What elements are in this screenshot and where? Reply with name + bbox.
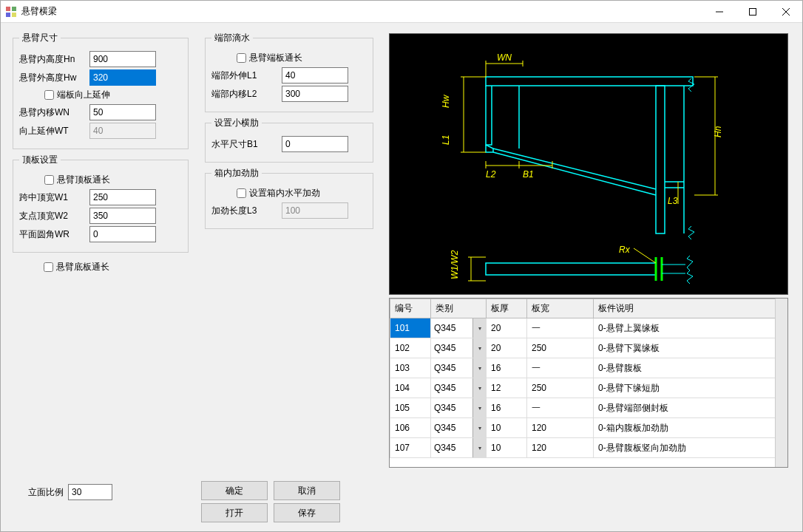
table-row[interactable]: 106Q345▾101200-箱内腹板加劲肋 bbox=[390, 418, 787, 438]
table-row[interactable]: 101Q345▾20一0-悬臂上翼缘板 bbox=[390, 318, 787, 338]
w1-input[interactable] bbox=[89, 189, 156, 205]
col-cat[interactable]: 类别 bbox=[431, 299, 487, 318]
cell-th[interactable]: 16 bbox=[487, 398, 527, 418]
svg-rect-2 bbox=[6, 13, 10, 17]
table-row[interactable]: 105Q345▾16一0-悬臂端部侧封板 bbox=[390, 398, 787, 418]
dropdown-icon[interactable]: ▾ bbox=[472, 438, 486, 457]
hw-input[interactable] bbox=[89, 69, 156, 86]
lbl-L2: L2 bbox=[486, 169, 496, 180]
cell-desc[interactable]: 0-箱内腹板加劲肋 bbox=[594, 418, 787, 438]
hn-input[interactable] bbox=[89, 51, 156, 67]
plate-table[interactable]: 编号 类别 板厚 板宽 板件说明 101Q345▾20一0-悬臂上翼缘板102Q… bbox=[389, 298, 788, 468]
b1-input[interactable] bbox=[282, 136, 348, 152]
cell-cat[interactable]: Q345▾ bbox=[431, 358, 487, 378]
cell-desc[interactable]: 0-悬臂下翼缘板 bbox=[594, 338, 787, 358]
cell-id[interactable]: 101 bbox=[390, 318, 431, 338]
maximize-button[interactable] bbox=[736, 1, 769, 22]
cell-w[interactable]: 250 bbox=[527, 338, 594, 358]
cell-desc[interactable]: 0-悬臂腹板 bbox=[594, 358, 787, 378]
l3-input bbox=[282, 202, 348, 219]
dropdown-icon[interactable]: ▾ bbox=[472, 338, 486, 358]
cell-cat[interactable]: Q345▾ bbox=[431, 418, 487, 438]
ok-button[interactable]: 确定 bbox=[201, 481, 268, 500]
cell-w[interactable]: 250 bbox=[527, 378, 594, 398]
b1-label: 水平尺寸B1 bbox=[211, 138, 282, 151]
cell-id[interactable]: 102 bbox=[390, 338, 431, 358]
table-row[interactable]: 102Q345▾202500-悬臂下翼缘板 bbox=[390, 338, 787, 358]
ratio-label: 立面比例 bbox=[8, 486, 64, 499]
dropdown-icon[interactable]: ▾ bbox=[472, 318, 486, 338]
col-th[interactable]: 板厚 bbox=[487, 299, 527, 318]
wn-input[interactable] bbox=[89, 104, 156, 120]
cell-th[interactable]: 20 bbox=[487, 318, 527, 338]
preview-canvas: WN Hw L1 L2 B1 Hn L3 W1/W2 Rx bbox=[389, 33, 788, 295]
cell-desc[interactable]: 0-悬臂上翼缘板 bbox=[594, 318, 787, 338]
cell-th[interactable]: 12 bbox=[487, 378, 527, 398]
box-rib-group: 箱内加劲肋 设置箱内水平加劲 加劲长度L3 bbox=[205, 167, 373, 229]
cell-cat[interactable]: Q345▾ bbox=[431, 438, 487, 458]
svg-rect-1 bbox=[12, 7, 16, 11]
l2-label: 端部内移L2 bbox=[211, 88, 282, 100]
cell-id[interactable]: 107 bbox=[390, 438, 431, 458]
table-row[interactable]: 104Q345▾122500-悬臂下缘短肋 bbox=[390, 378, 787, 398]
l3-label: 加劲长度L3 bbox=[211, 205, 282, 217]
dropdown-icon[interactable]: ▾ bbox=[472, 398, 486, 417]
lbl-Hw: Hw bbox=[441, 94, 451, 108]
l1-input[interactable] bbox=[282, 67, 348, 83]
minimize-button[interactable] bbox=[702, 1, 736, 22]
cell-id[interactable]: 104 bbox=[390, 378, 431, 398]
dropdown-icon[interactable]: ▾ bbox=[472, 418, 486, 437]
table-row[interactable]: 107Q345▾101200-悬臂腹板竖向加劲肋 bbox=[390, 438, 787, 458]
l2-input[interactable] bbox=[282, 86, 348, 102]
cancel-button[interactable]: 取消 bbox=[274, 481, 340, 500]
cell-w[interactable]: 120 bbox=[527, 438, 594, 458]
save-button[interactable]: 保存 bbox=[274, 503, 340, 522]
dropdown-icon[interactable]: ▾ bbox=[472, 378, 486, 398]
cell-cat[interactable]: Q345▾ bbox=[431, 378, 487, 398]
cell-w[interactable]: 120 bbox=[527, 418, 594, 438]
col-id[interactable]: 编号 bbox=[390, 299, 431, 318]
drip-full-label: 悬臂端板通长 bbox=[249, 52, 302, 64]
top-full-checkbox[interactable] bbox=[44, 175, 54, 185]
bot-full-checkbox[interactable] bbox=[44, 262, 53, 272]
w1-label: 跨中顶宽W1 bbox=[19, 191, 89, 204]
cell-w[interactable]: 一 bbox=[527, 358, 594, 378]
svg-line-36 bbox=[634, 248, 656, 263]
lbl-WN: WN bbox=[497, 52, 512, 63]
cell-desc[interactable]: 0-悬臂下缘短肋 bbox=[594, 378, 787, 398]
cell-cat[interactable]: Q345▾ bbox=[431, 318, 487, 338]
box-rib-checkbox[interactable] bbox=[237, 188, 246, 198]
drip-legend: 端部滴水 bbox=[211, 32, 253, 44]
cell-desc[interactable]: 0-悬臂端部侧封板 bbox=[594, 398, 787, 418]
svg-rect-14 bbox=[486, 263, 656, 275]
cell-th[interactable]: 10 bbox=[487, 438, 527, 458]
cell-id[interactable]: 103 bbox=[390, 358, 431, 378]
table-row[interactable]: 103Q345▾16一0-悬臂腹板 bbox=[390, 358, 787, 378]
scrollbar-vertical[interactable] bbox=[775, 299, 787, 467]
dropdown-icon[interactable]: ▾ bbox=[472, 358, 486, 378]
cell-cat[interactable]: Q345▾ bbox=[431, 398, 487, 418]
drip-full-checkbox[interactable] bbox=[237, 53, 246, 63]
wr-input[interactable] bbox=[89, 226, 156, 242]
arm-size-group: 悬臂尺寸 悬臂内高度Hn 悬臂外高度Hw 端板向上延伸 悬臂内移WN 向上延伸W… bbox=[13, 32, 189, 149]
cell-w[interactable]: 一 bbox=[527, 398, 594, 418]
cell-id[interactable]: 106 bbox=[390, 418, 431, 438]
close-button[interactable] bbox=[769, 1, 802, 22]
open-button[interactable]: 打开 bbox=[201, 503, 268, 522]
cell-id[interactable]: 105 bbox=[390, 398, 431, 418]
col-w[interactable]: 板宽 bbox=[527, 299, 594, 318]
cell-desc[interactable]: 0-悬臂腹板竖向加劲肋 bbox=[594, 438, 787, 458]
w2-input[interactable] bbox=[89, 208, 156, 224]
cell-th[interactable]: 20 bbox=[487, 338, 527, 358]
cell-th[interactable]: 16 bbox=[487, 358, 527, 378]
col-desc[interactable]: 板件说明 bbox=[594, 299, 787, 318]
w2-label: 支点顶宽W2 bbox=[19, 210, 89, 222]
client-area: 悬臂尺寸 悬臂内高度Hn 悬臂外高度Hw 端板向上延伸 悬臂内移WN 向上延伸W… bbox=[1, 23, 802, 531]
cell-th[interactable]: 10 bbox=[487, 418, 527, 438]
cell-w[interactable]: 一 bbox=[527, 318, 594, 338]
svg-rect-5 bbox=[749, 8, 756, 15]
cell-cat[interactable]: Q345▾ bbox=[431, 338, 487, 358]
ratio-input[interactable] bbox=[68, 484, 112, 500]
ext-up-checkbox[interactable] bbox=[44, 90, 54, 100]
svg-rect-3 bbox=[12, 13, 16, 17]
